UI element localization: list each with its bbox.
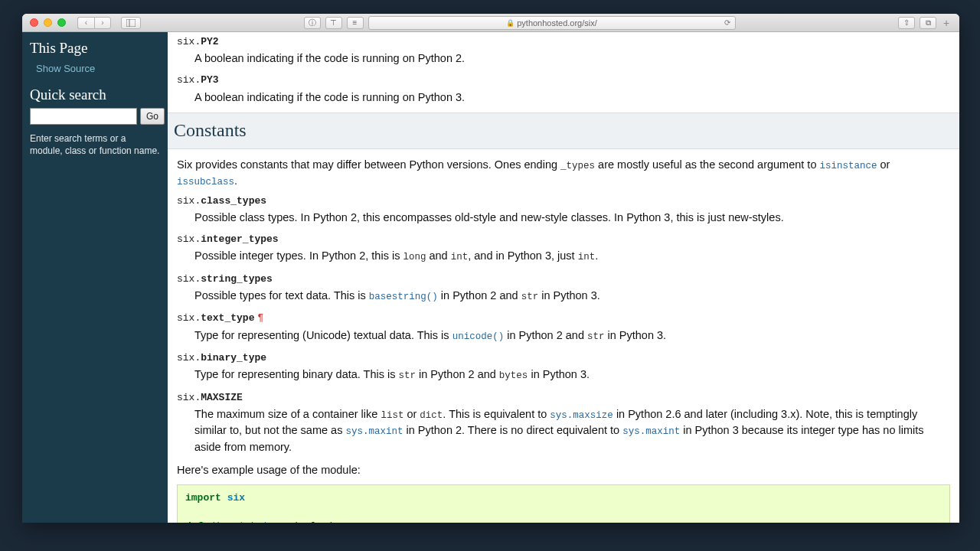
search-input[interactable] — [30, 108, 137, 125]
share-icon[interactable]: ⇧ — [898, 17, 915, 29]
doc-content[interactable]: six.PY2 A boolean indicating if the code… — [168, 32, 959, 523]
forward-button[interactable]: › — [94, 17, 111, 29]
sidebar-icon — [126, 19, 136, 27]
permalink-text-type[interactable]: ¶ — [254, 312, 263, 324]
def-maxsize: six.MAXSIZE The maximum size of a contai… — [177, 391, 950, 455]
constants-intro: Six provides constants that may differ b… — [177, 157, 950, 190]
sys-maxsize-link[interactable]: sys.maxsize — [550, 410, 613, 421]
def-py2: six.PY2 A boolean indicating if the code… — [177, 35, 950, 66]
titlebar: ‹ › ⓘ ⊤ ≡ 🔒 pythonhosted.org/six/ ⟳ ⇧ ⧉ … — [22, 14, 959, 32]
unicode-link[interactable]: unicode() — [452, 331, 505, 342]
minimize-icon[interactable] — [44, 18, 52, 27]
issubclass-link[interactable]: issubclass — [177, 177, 234, 187]
example-intro: Here's example usage of the module: — [177, 462, 950, 478]
new-tab-button[interactable]: + — [941, 17, 952, 29]
basestring-link[interactable]: basestring() — [369, 292, 438, 302]
search-hint: Enter search terms or a module, class or… — [30, 132, 160, 157]
close-icon[interactable] — [30, 18, 38, 27]
svg-rect-0 — [126, 19, 136, 27]
def-integer-types: six.integer_types Possible integer types… — [177, 233, 950, 265]
back-button[interactable]: ‹ — [77, 17, 94, 29]
maximize-icon[interactable] — [57, 18, 66, 27]
search-go-button[interactable]: Go — [140, 108, 165, 125]
doc-sidebar: This Page Show Source Quick search Go En… — [22, 32, 168, 523]
format-icon[interactable]: ≡ — [347, 17, 364, 29]
quick-search-heading: Quick search — [30, 86, 160, 103]
browser-window: ‹ › ⓘ ⊤ ≡ 🔒 pythonhosted.org/six/ ⟳ ⇧ ⧉ … — [22, 14, 959, 523]
address-bar[interactable]: 🔒 pythonhosted.org/six/ ⟳ — [368, 16, 736, 30]
def-py3: six.PY3 A boolean indicating if the code… — [177, 73, 950, 104]
tabs-icon[interactable]: ⧉ — [920, 17, 936, 29]
sidebar-toggle-button[interactable] — [121, 17, 141, 29]
def-string-types: six.string_types Possible types for text… — [177, 272, 950, 305]
this-page-heading: This Page — [30, 40, 160, 57]
sys-maxint-link[interactable]: sys.maxint — [345, 426, 403, 437]
reload-icon[interactable]: ⟳ — [724, 18, 730, 27]
def-text-type: six.text_type¶ Type for representing (Un… — [177, 311, 950, 344]
code-example: import six def dispatch_types(value): if… — [177, 484, 950, 523]
def-class-types: six.class_types Possible class types. In… — [177, 194, 950, 225]
show-source-link[interactable]: Show Source — [30, 61, 160, 80]
lock-icon: 🔒 — [506, 19, 514, 27]
def-binary-type: six.binary_type Type for representing bi… — [177, 351, 950, 383]
sys-maxint-link-2[interactable]: sys.maxint — [622, 426, 680, 437]
url-text: pythonhosted.org/six/ — [517, 18, 597, 28]
info-icon[interactable]: ⓘ — [304, 17, 321, 29]
isinstance-link[interactable]: isinstance — [819, 161, 877, 171]
reader-icon[interactable]: ⊤ — [325, 17, 342, 29]
constants-heading: Constants — [168, 112, 959, 149]
